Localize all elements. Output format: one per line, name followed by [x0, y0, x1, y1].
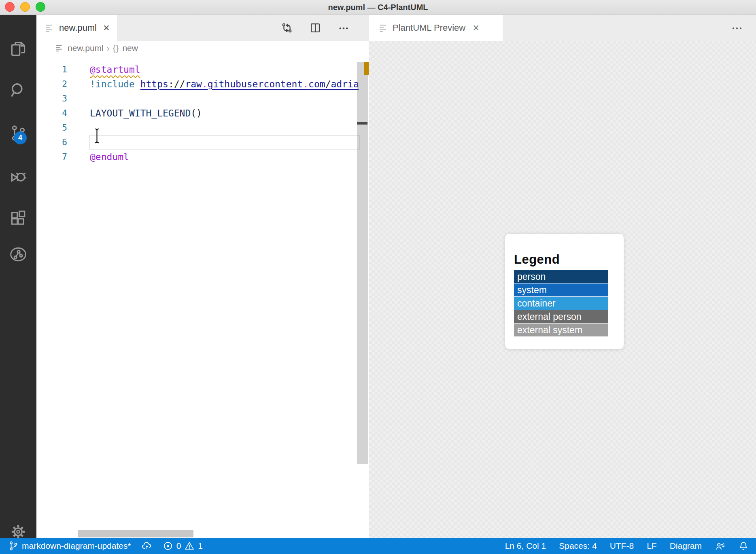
- editor-tab-bar: new.puml ×: [36, 15, 369, 41]
- problems-status[interactable]: 0 1: [163, 541, 203, 551]
- breadcrumb-file-icon: [55, 44, 64, 52]
- breadcrumb-symbol-kind: {}: [113, 43, 119, 53]
- explorer-icon[interactable]: [9, 40, 27, 58]
- overview-warning-marker: [364, 62, 369, 75]
- close-preview-icon[interactable]: ×: [473, 22, 479, 34]
- code-line: 6: [36, 135, 369, 150]
- split-editor-icon[interactable]: [310, 22, 321, 34]
- horizontal-scrollbar[interactable]: [78, 530, 193, 537]
- errors-count: 0: [176, 541, 181, 551]
- line-number: 6: [36, 135, 67, 150]
- include-url-link[interactable]: https://raw.githubusercontent.com/adria: [140, 79, 359, 89]
- git-branch-icon: [8, 541, 19, 551]
- code-editor[interactable]: 1 @startuml 2 !include https://raw.githu…: [36, 55, 369, 538]
- legend-row: external person: [514, 310, 608, 323]
- line-number: 5: [36, 121, 67, 135]
- tab-label: new.puml: [59, 23, 97, 33]
- line-number: 4: [36, 106, 67, 121]
- legend-row: container: [514, 297, 608, 310]
- open-changes-icon[interactable]: [281, 22, 293, 34]
- source-control-badge: 4: [14, 131, 27, 144]
- plantuml-preview-panel: PlantUML Preview × Legend personsystemco…: [369, 15, 756, 538]
- token-startuml: @startuml: [90, 64, 140, 75]
- branch-status[interactable]: markdown-diagram-updates*: [8, 541, 131, 551]
- notifications-bell-icon[interactable]: [738, 541, 749, 551]
- legend-row: system: [514, 283, 608, 296]
- breadcrumb-symbol[interactable]: new: [122, 43, 138, 53]
- tab-new-puml[interactable]: new.puml ×: [36, 15, 117, 41]
- eol-status[interactable]: LF: [647, 541, 657, 551]
- token-enduml: @enduml: [90, 152, 129, 162]
- more-actions-icon[interactable]: [338, 22, 349, 34]
- feedback-icon[interactable]: [715, 541, 725, 551]
- legend-row: person: [514, 270, 608, 283]
- window-title: new.puml — C4-PlantUML: [0, 0, 756, 15]
- tab-plantuml-preview[interactable]: PlantUML Preview ×: [369, 15, 503, 41]
- token-layout-macro: LAYOUT_WITH_LEGEND: [90, 108, 191, 118]
- cloud-upload-icon: [142, 541, 152, 551]
- circle-branch-icon[interactable]: [9, 245, 27, 263]
- legend-row: external system: [514, 324, 608, 336]
- title-bar: new.puml — C4-PlantUML: [0, 0, 756, 15]
- breadcrumb-separator: ›: [107, 44, 110, 53]
- status-bar: markdown-diagram-updates* 0: [0, 538, 756, 554]
- branch-name: markdown-diagram-updates*: [22, 541, 131, 551]
- token-include: !include: [90, 79, 140, 89]
- indentation-status[interactable]: Spaces: 4: [559, 541, 597, 551]
- breadcrumb: new.puml › {} new: [36, 41, 369, 55]
- code-line: 4 LAYOUT_WITH_LEGEND(): [36, 106, 369, 121]
- line-number: 2: [36, 77, 67, 91]
- line-number: 3: [36, 91, 67, 106]
- run-debug-icon[interactable]: [9, 168, 27, 186]
- editor-group: new.puml ×: [36, 15, 369, 538]
- publish-status[interactable]: [142, 541, 152, 551]
- preview-canvas: Legend personsystemcontainerexternal per…: [369, 41, 756, 538]
- search-icon[interactable]: [9, 81, 27, 99]
- breadcrumb-file[interactable]: new.puml: [68, 43, 104, 53]
- code-line: 3: [36, 91, 369, 106]
- activity-bar: 4: [0, 15, 36, 538]
- legend-entries: personsystemcontainerexternal personexte…: [514, 270, 624, 336]
- extensions-icon[interactable]: [9, 210, 27, 228]
- errors-icon: [163, 541, 173, 551]
- preview-more-actions-icon[interactable]: [732, 25, 742, 31]
- legend-card: Legend personsystemcontainerexternal per…: [505, 234, 624, 349]
- text-cursor-pointer: [93, 128, 100, 144]
- preview-file-icon: [379, 23, 388, 32]
- preview-tab-bar: PlantUML Preview ×: [369, 15, 756, 41]
- code-line: 1 @startuml: [36, 62, 369, 77]
- code-line: 2 !include https://raw.githubusercontent…: [36, 77, 369, 91]
- warnings-icon: [184, 541, 195, 551]
- preview-tab-label: PlantUML Preview: [393, 23, 465, 33]
- puml-file-icon: [45, 23, 54, 32]
- code-line: 5: [36, 121, 369, 135]
- code-line: 7 @enduml: [36, 150, 369, 164]
- encoding-status[interactable]: UTF-8: [610, 541, 634, 551]
- legend-title: Legend: [514, 252, 624, 267]
- vscode-window: new.puml — C4-PlantUML 4: [0, 0, 756, 554]
- line-number: 1: [36, 62, 67, 77]
- warnings-count: 1: [198, 541, 203, 551]
- overview-cursor-marker: [357, 122, 367, 125]
- cursor-position-status[interactable]: Ln 6, Col 1: [505, 541, 546, 551]
- language-mode-status[interactable]: Diagram: [670, 541, 702, 551]
- line-number: 7: [36, 150, 67, 164]
- close-tab-icon[interactable]: ×: [103, 23, 110, 33]
